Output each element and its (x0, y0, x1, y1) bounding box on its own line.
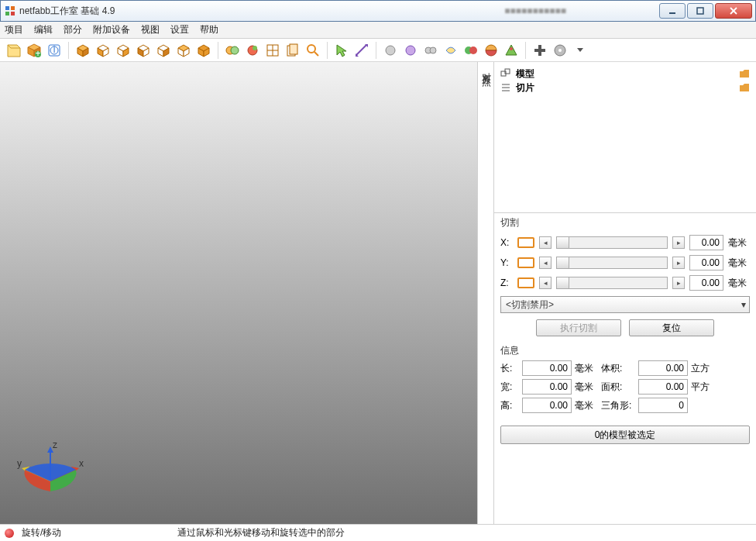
folder-icon[interactable] (739, 68, 750, 79)
svg-point-38 (231, 47, 239, 54)
info-area-unit: 平方 (691, 381, 714, 394)
menu-settings[interactable]: 设置 (170, 23, 189, 36)
cut-mode-combo[interactable]: <切割禁用> ▾ (500, 296, 750, 313)
svg-marker-63 (577, 48, 583, 52)
cut-unit: 毫米 (728, 257, 750, 270)
cut-y-value[interactable] (689, 255, 723, 270)
svg-rect-45 (290, 44, 297, 54)
cut-y-slider[interactable] (556, 257, 668, 269)
cut-x-label: X: (500, 237, 513, 248)
analysis-spheres-icon[interactable] (223, 41, 242, 60)
cut-x-slider[interactable] (556, 236, 668, 249)
cut-y-label: Y: (500, 257, 513, 268)
maximize-button[interactable] (687, 3, 713, 19)
info-volume-value: 0.00 (638, 360, 688, 376)
cut-z-swatch[interactable] (517, 277, 534, 288)
svg-text:i: i (53, 44, 56, 55)
half-sphere-icon[interactable] (482, 41, 500, 60)
view-left-icon[interactable] (134, 41, 153, 60)
view-back-icon[interactable] (114, 41, 132, 60)
folder-icon[interactable] (739, 82, 750, 93)
cut-y-scroll-left[interactable]: ◂ (539, 257, 552, 269)
spheres-pair-icon[interactable] (462, 41, 480, 60)
svg-point-46 (308, 45, 315, 53)
svg-line-48 (356, 45, 366, 55)
cut-x-swatch[interactable] (517, 237, 534, 248)
info-length-label: 长: (500, 362, 519, 375)
search-icon[interactable] (304, 41, 322, 60)
window-controls (659, 3, 752, 19)
select-arrow-icon[interactable] (332, 41, 351, 60)
info-width-value: 0.00 (522, 379, 572, 395)
peak-icon[interactable] (502, 41, 521, 60)
axis-y-label: y (17, 458, 22, 469)
cut-z-scroll-left[interactable]: ◂ (539, 277, 552, 289)
cut-z-value[interactable] (689, 275, 723, 291)
close-button[interactable] (715, 3, 752, 19)
svg-line-47 (314, 52, 318, 56)
new-project-icon[interactable] (5, 41, 23, 60)
menu-addons[interactable]: 附加设备 (93, 23, 130, 36)
sphere-gray-icon[interactable] (381, 41, 400, 60)
measure-icon[interactable] (352, 41, 371, 60)
status-hint: 通过鼠标和光标键移动和旋转选中的部分 (177, 526, 345, 539)
menu-part[interactable]: 部分 (64, 23, 82, 36)
cut-x-scroll-right[interactable]: ▸ (672, 236, 685, 249)
sphere-purple-icon[interactable] (401, 41, 420, 60)
add-part-icon[interactable]: + (25, 41, 43, 60)
cut-x-scroll-left[interactable]: ◂ (539, 236, 552, 249)
view-iso-icon[interactable] (74, 41, 92, 60)
info-section-title: 信息 (494, 341, 756, 359)
minimize-button[interactable] (659, 3, 686, 19)
selection-summary-button[interactable]: 0的模型被选定 (500, 426, 750, 444)
swirl-icon[interactable] (442, 41, 460, 60)
analysis-color-icon[interactable] (243, 41, 262, 60)
status-dot-icon (5, 529, 14, 538)
tree-row-slices[interactable]: 切片 (500, 81, 750, 95)
lines-icon (500, 82, 511, 93)
info-area-value: 0.00 (638, 379, 688, 395)
cut-z-scroll-right[interactable]: ▸ (672, 277, 685, 289)
cut-y-scroll-right[interactable]: ▸ (672, 257, 685, 269)
menu-help[interactable]: 帮助 (200, 23, 218, 36)
view-front-icon[interactable] (94, 41, 112, 60)
svg-rect-5 (697, 8, 703, 14)
analysis-wire-icon[interactable] (263, 41, 282, 60)
menu-project[interactable]: 项目 (5, 23, 23, 36)
cut-z-slider[interactable] (556, 277, 668, 289)
cut-x-value[interactable] (689, 235, 723, 250)
cubes-icon (500, 68, 511, 79)
execute-cut-button[interactable]: 执行切割 (536, 319, 621, 336)
info-tri-label: 三角形: (601, 399, 635, 412)
axis-gizmo-icon: z x y (15, 439, 85, 493)
view-bottom-icon[interactable] (194, 41, 213, 60)
plus-icon[interactable] (531, 41, 549, 60)
status-mode: 旋转/移动 (22, 526, 61, 539)
menu-edit[interactable]: 编辑 (34, 23, 53, 36)
info-width-unit: 毫米 (575, 381, 598, 394)
info-height-label: 高: (500, 399, 519, 412)
window-title-secondary: ■■■■■■■■■■■ (504, 5, 566, 16)
svg-point-40 (253, 46, 257, 50)
part-info-icon[interactable]: i (45, 41, 64, 60)
tree-row-models[interactable]: 模型 (500, 67, 750, 81)
viewport-3d[interactable]: z x y (0, 62, 477, 524)
vertical-tab[interactable]: 对齐原点 (477, 62, 494, 524)
tree-label: 切片 (516, 81, 534, 95)
svg-rect-2 (5, 12, 9, 16)
info-section: 长: 0.00 毫米 体积: 0.00 立方 宽: 0.00 毫米 面积: 0.… (494, 359, 756, 418)
view-top-icon[interactable] (174, 41, 193, 60)
reset-cut-button[interactable]: 复位 (629, 319, 714, 336)
titlebar: netfabb工作室 基础 4.9 ■■■■■■■■■■■ (0, 0, 756, 22)
disc-icon[interactable] (551, 41, 569, 60)
cut-y-swatch[interactable] (517, 257, 534, 268)
sphere-link-icon[interactable] (421, 41, 440, 60)
menu-view[interactable]: 视图 (141, 23, 160, 36)
cut-section-title: 切割 (494, 213, 756, 231)
toolbar-overflow-icon[interactable] (571, 41, 589, 60)
toolbar: + i (0, 39, 756, 62)
analysis-docs-icon[interactable] (284, 41, 302, 60)
view-right-icon[interactable] (154, 41, 173, 60)
cut-row-y: Y: ◂ ▸ 毫米 (500, 253, 750, 273)
cut-row-x: X: ◂ ▸ 毫米 (500, 233, 750, 253)
